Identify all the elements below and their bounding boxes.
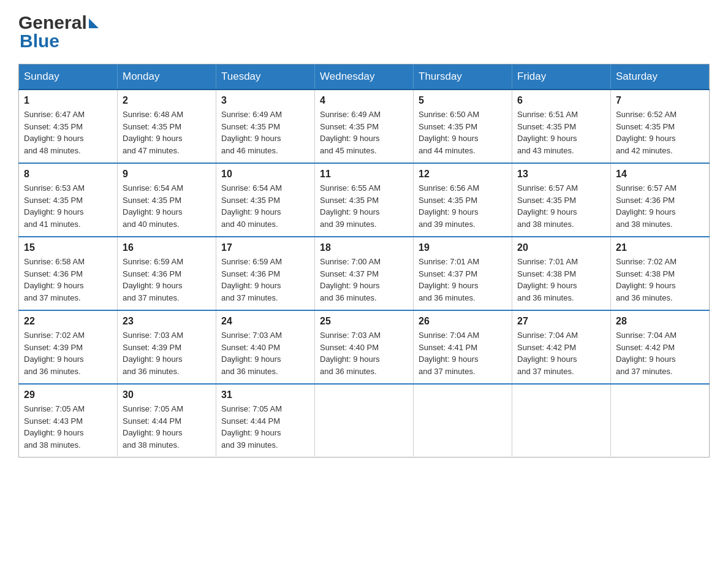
day-info: Sunrise: 6:50 AMSunset: 4:35 PMDaylight:…: [419, 109, 507, 156]
day-info: Sunrise: 7:02 AMSunset: 4:39 PMDaylight:…: [24, 329, 112, 377]
header-sunday: Sunday: [19, 64, 118, 90]
calendar-cell: 13Sunrise: 6:57 AMSunset: 4:35 PMDayligh…: [512, 163, 611, 237]
logo-line2: Blue: [18, 31, 59, 52]
calendar-cell: 21Sunrise: 7:02 AMSunset: 4:38 PMDayligh…: [611, 237, 710, 310]
calendar-cell: 15Sunrise: 6:58 AMSunset: 4:36 PMDayligh…: [19, 237, 118, 310]
day-info: Sunrise: 7:01 AMSunset: 4:38 PMDaylight:…: [517, 256, 605, 304]
day-info: Sunrise: 6:56 AMSunset: 4:35 PMDaylight:…: [419, 182, 507, 230]
header-thursday: Thursday: [414, 64, 512, 90]
day-number: 3: [221, 95, 309, 106]
day-info: Sunrise: 6:54 AMSunset: 4:35 PMDaylight:…: [123, 182, 211, 230]
calendar-cell: 22Sunrise: 7:02 AMSunset: 4:39 PMDayligh…: [19, 310, 118, 384]
day-number: 1: [24, 95, 112, 106]
day-info: Sunrise: 7:05 AMSunset: 4:44 PMDaylight:…: [221, 403, 309, 451]
day-info: Sunrise: 6:49 AMSunset: 4:35 PMDaylight:…: [320, 109, 408, 156]
calendar-cell: 24Sunrise: 7:03 AMSunset: 4:40 PMDayligh…: [216, 310, 315, 384]
day-number: 28: [616, 316, 704, 327]
calendar-cell: 10Sunrise: 6:54 AMSunset: 4:35 PMDayligh…: [216, 163, 315, 237]
day-number: 2: [123, 95, 211, 106]
calendar-cell: 18Sunrise: 7:00 AMSunset: 4:37 PMDayligh…: [315, 237, 414, 310]
calendar-week-5: 29Sunrise: 7:05 AMSunset: 4:43 PMDayligh…: [19, 384, 710, 458]
day-number: 7: [616, 95, 704, 106]
day-info: Sunrise: 6:57 AMSunset: 4:36 PMDaylight:…: [616, 182, 704, 230]
day-number: 5: [419, 95, 507, 106]
logo-line1: General: [18, 12, 99, 33]
day-info: Sunrise: 6:59 AMSunset: 4:36 PMDaylight:…: [123, 256, 211, 304]
day-number: 9: [123, 169, 211, 180]
calendar-cell: [611, 384, 710, 458]
day-number: 24: [221, 316, 309, 327]
calendar-cell: 19Sunrise: 7:01 AMSunset: 4:37 PMDayligh…: [414, 237, 512, 310]
calendar-cell: 17Sunrise: 6:59 AMSunset: 4:36 PMDayligh…: [216, 237, 315, 310]
calendar-cell: 4Sunrise: 6:49 AMSunset: 4:35 PMDaylight…: [315, 90, 414, 163]
header-friday: Friday: [512, 64, 611, 90]
day-number: 17: [221, 242, 309, 253]
logo-triangle-icon: [89, 18, 99, 28]
calendar-cell: 6Sunrise: 6:51 AMSunset: 4:35 PMDaylight…: [512, 90, 611, 163]
logo-blue: Blue: [20, 31, 59, 51]
calendar-cell: 28Sunrise: 7:04 AMSunset: 4:42 PMDayligh…: [611, 310, 710, 384]
day-info: Sunrise: 7:03 AMSunset: 4:40 PMDaylight:…: [320, 329, 408, 377]
day-number: 8: [24, 169, 112, 180]
day-number: 23: [123, 316, 211, 327]
calendar-header-row: SundayMondayTuesdayWednesdayThursdayFrid…: [19, 64, 710, 90]
day-number: 22: [24, 316, 112, 327]
day-info: Sunrise: 6:59 AMSunset: 4:36 PMDaylight:…: [221, 256, 309, 304]
day-number: 31: [221, 389, 309, 400]
logo-general: General: [18, 12, 87, 33]
day-number: 16: [123, 242, 211, 253]
day-info: Sunrise: 6:57 AMSunset: 4:35 PMDaylight:…: [517, 182, 605, 230]
day-number: 27: [517, 316, 605, 327]
calendar-cell: 26Sunrise: 7:04 AMSunset: 4:41 PMDayligh…: [414, 310, 512, 384]
calendar-week-1: 1Sunrise: 6:47 AMSunset: 4:35 PMDaylight…: [19, 90, 710, 163]
calendar-cell: 20Sunrise: 7:01 AMSunset: 4:38 PMDayligh…: [512, 237, 611, 310]
calendar-cell: 31Sunrise: 7:05 AMSunset: 4:44 PMDayligh…: [216, 384, 315, 458]
calendar-week-3: 15Sunrise: 6:58 AMSunset: 4:36 PMDayligh…: [19, 237, 710, 310]
day-number: 4: [320, 95, 408, 106]
calendar-cell: 3Sunrise: 6:49 AMSunset: 4:35 PMDaylight…: [216, 90, 315, 163]
day-info: Sunrise: 7:01 AMSunset: 4:37 PMDaylight:…: [419, 256, 507, 304]
day-info: Sunrise: 7:05 AMSunset: 4:44 PMDaylight:…: [123, 403, 211, 451]
day-info: Sunrise: 6:58 AMSunset: 4:36 PMDaylight:…: [24, 256, 112, 304]
day-number: 21: [616, 242, 704, 253]
day-number: 25: [320, 316, 408, 327]
day-info: Sunrise: 6:55 AMSunset: 4:35 PMDaylight:…: [320, 182, 408, 230]
day-info: Sunrise: 6:53 AMSunset: 4:35 PMDaylight:…: [24, 182, 112, 230]
day-number: 30: [123, 389, 211, 400]
calendar-cell: 16Sunrise: 6:59 AMSunset: 4:36 PMDayligh…: [118, 237, 216, 310]
calendar-cell: 5Sunrise: 6:50 AMSunset: 4:35 PMDaylight…: [414, 90, 512, 163]
day-info: Sunrise: 7:03 AMSunset: 4:40 PMDaylight:…: [221, 329, 309, 377]
day-info: Sunrise: 6:47 AMSunset: 4:35 PMDaylight:…: [24, 109, 112, 156]
day-number: 13: [517, 169, 605, 180]
calendar-cell: 9Sunrise: 6:54 AMSunset: 4:35 PMDaylight…: [118, 163, 216, 237]
day-number: 11: [320, 169, 408, 180]
day-info: Sunrise: 7:04 AMSunset: 4:41 PMDaylight:…: [419, 329, 507, 377]
header-wednesday: Wednesday: [315, 64, 414, 90]
calendar-cell: [315, 384, 414, 458]
logo: General Blue: [18, 12, 99, 52]
calendar-cell: 14Sunrise: 6:57 AMSunset: 4:36 PMDayligh…: [611, 163, 710, 237]
calendar-week-2: 8Sunrise: 6:53 AMSunset: 4:35 PMDaylight…: [19, 163, 710, 237]
calendar-cell: 7Sunrise: 6:52 AMSunset: 4:35 PMDaylight…: [611, 90, 710, 163]
calendar-week-4: 22Sunrise: 7:02 AMSunset: 4:39 PMDayligh…: [19, 310, 710, 384]
day-info: Sunrise: 7:00 AMSunset: 4:37 PMDaylight:…: [320, 256, 408, 304]
calendar-cell: 29Sunrise: 7:05 AMSunset: 4:43 PMDayligh…: [19, 384, 118, 458]
calendar-cell: 11Sunrise: 6:55 AMSunset: 4:35 PMDayligh…: [315, 163, 414, 237]
calendar-cell: 30Sunrise: 7:05 AMSunset: 4:44 PMDayligh…: [118, 384, 216, 458]
day-info: Sunrise: 6:51 AMSunset: 4:35 PMDaylight:…: [517, 109, 605, 156]
day-info: Sunrise: 6:48 AMSunset: 4:35 PMDaylight:…: [123, 109, 211, 156]
calendar-cell: [512, 384, 611, 458]
day-number: 12: [419, 169, 507, 180]
day-number: 26: [419, 316, 507, 327]
day-number: 6: [517, 95, 605, 106]
day-info: Sunrise: 7:04 AMSunset: 4:42 PMDaylight:…: [616, 329, 704, 377]
day-info: Sunrise: 6:54 AMSunset: 4:35 PMDaylight:…: [221, 182, 309, 230]
calendar-cell: 2Sunrise: 6:48 AMSunset: 4:35 PMDaylight…: [118, 90, 216, 163]
calendar-cell: 27Sunrise: 7:04 AMSunset: 4:42 PMDayligh…: [512, 310, 611, 384]
calendar-cell: 1Sunrise: 6:47 AMSunset: 4:35 PMDaylight…: [19, 90, 118, 163]
day-number: 14: [616, 169, 704, 180]
day-number: 10: [221, 169, 309, 180]
calendar-cell: [414, 384, 512, 458]
day-info: Sunrise: 6:52 AMSunset: 4:35 PMDaylight:…: [616, 109, 704, 156]
day-number: 18: [320, 242, 408, 253]
